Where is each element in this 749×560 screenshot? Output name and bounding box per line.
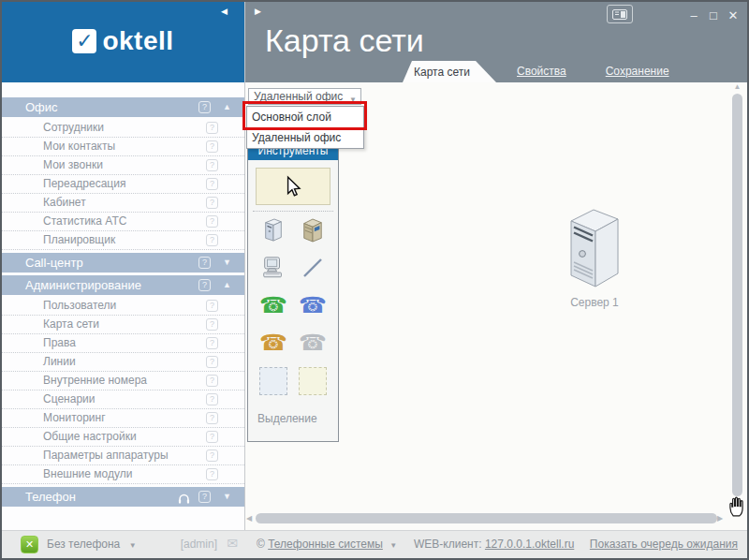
- section-label: Call-центр: [25, 256, 83, 270]
- scroll-right-icon[interactable]: ▶: [717, 514, 727, 523]
- sidebar-item-monitoring[interactable]: Мониторинг?: [2, 409, 244, 428]
- phone-status-icon[interactable]: ✕: [21, 536, 38, 553]
- help-icon[interactable]: ?: [206, 234, 218, 246]
- tab-saving[interactable]: Сохранение: [606, 61, 669, 82]
- map-node-server[interactable]: Сервер 1: [550, 204, 639, 309]
- help-icon[interactable]: ?: [206, 375, 218, 387]
- sidebar-item-forwarding[interactable]: Переадресация?: [2, 175, 244, 194]
- layout-toggle-button[interactable]: [607, 5, 633, 23]
- scroll-up-icon[interactable]: ▲: [734, 82, 742, 92]
- main-area: ▶ Карта сети – □ ✕ Карта сети Свойства С…: [245, 2, 747, 530]
- workstation-tool[interactable]: [259, 254, 287, 282]
- chevron-up-icon: ▲: [223, 97, 231, 117]
- tab-properties[interactable]: Свойства: [517, 61, 566, 82]
- sidebar-item-lines[interactable]: Линии?: [2, 353, 244, 372]
- phone-blue-tool[interactable]: ☎: [299, 291, 327, 319]
- web-client-link[interactable]: 127.0.0.1.oktell.ru: [485, 538, 574, 551]
- page-title: Карта сети: [265, 22, 424, 59]
- sidebar-section-phone[interactable]: Телефон ? ▼: [2, 487, 244, 507]
- close-button[interactable]: ✕: [727, 8, 740, 22]
- sidebar-item-rights[interactable]: Права?: [2, 334, 244, 353]
- item-label: Внутренние номера: [43, 374, 147, 387]
- help-icon[interactable]: ?: [206, 197, 218, 209]
- vertical-scrollbar[interactable]: ▲ ▼: [730, 82, 744, 508]
- oktell-logo-check-icon: ✓: [72, 29, 96, 53]
- help-icon[interactable]: ?: [206, 412, 218, 424]
- horizontal-scrollbar[interactable]: ◀ ▶: [246, 512, 727, 524]
- phone-orange-tool[interactable]: ☎: [259, 329, 287, 357]
- sidebar-item-general-settings[interactable]: Общие настройки?: [2, 428, 244, 447]
- maximize-button[interactable]: □: [707, 8, 720, 22]
- sidebar-item-network-map[interactable]: Карта сети?: [2, 316, 244, 334]
- help-icon[interactable]: ?: [206, 215, 218, 228]
- sidebar-collapse-icon[interactable]: ◀: [221, 7, 228, 16]
- tab-network-map[interactable]: Карта сети: [403, 61, 496, 82]
- vertical-scrollbar-thumb[interactable]: [732, 94, 742, 496]
- help-icon[interactable]: ?: [206, 300, 218, 312]
- item-label: Параметры аппаратуры: [43, 449, 169, 462]
- sidebar-item-scenarios[interactable]: Сценарии?: [2, 391, 244, 409]
- help-icon[interactable]: ?: [206, 356, 218, 368]
- help-icon[interactable]: ?: [206, 431, 218, 443]
- sidebar-item-employees[interactable]: Сотрудники?: [2, 119, 244, 138]
- help-icon[interactable]: ?: [206, 468, 218, 480]
- sidebar-item-users[interactable]: Пользователи?: [2, 297, 244, 316]
- minimize-button[interactable]: –: [687, 8, 700, 22]
- phone-gray-tool[interactable]: ☎: [299, 329, 327, 357]
- layer-option-main[interactable]: Основной слой: [247, 107, 363, 127]
- sidebar-item-pbx-statistics[interactable]: Статистика АТС?: [2, 213, 244, 231]
- sidebar-item-my-contacts[interactable]: Мои контакты?: [2, 138, 244, 156]
- horizontal-scrollbar-thumb[interactable]: [256, 513, 717, 523]
- sidebar-item-internal-numbers[interactable]: Внутренние номера?: [2, 372, 244, 391]
- sidebar-menu: Офис ? ▲ Сотрудники? Мои контакты? Мои з…: [2, 82, 244, 507]
- layer-select[interactable]: Удаленный офис ▼: [248, 88, 361, 105]
- server-tower-tool[interactable]: [259, 216, 287, 244]
- sidebar-item-hardware-params[interactable]: Параметры аппаратуры?: [2, 447, 244, 465]
- sidebar-item-scheduler[interactable]: Планировщик?: [2, 231, 244, 250]
- help-icon[interactable]: ?: [198, 257, 211, 269]
- help-icon[interactable]: ?: [198, 491, 211, 503]
- help-icon[interactable]: ?: [198, 101, 211, 113]
- help-icon[interactable]: ?: [206, 140, 218, 153]
- sidebar-section-callcenter[interactable]: Call-центр ? ▼: [2, 253, 244, 273]
- phone-status-label: Без телефона: [47, 538, 120, 551]
- help-icon[interactable]: ?: [206, 178, 218, 190]
- sidebar-section-office[interactable]: Офис ? ▲: [2, 97, 244, 117]
- mail-icon[interactable]: ✉: [227, 536, 238, 551]
- panel-expand-icon[interactable]: ▶: [255, 7, 261, 16]
- line-tool[interactable]: [299, 254, 327, 282]
- item-label: Линии: [43, 355, 76, 368]
- sidebar-item-my-calls[interactable]: Мои звонки?: [2, 156, 244, 175]
- chevron-down-icon: ▼: [129, 541, 137, 550]
- sidebar-item-external-modules[interactable]: Внешние модули?: [2, 465, 244, 484]
- map-canvas[interactable]: Удаленный офис ▼ Основной слой Удаленный…: [245, 82, 747, 530]
- help-icon[interactable]: ?: [206, 337, 218, 349]
- help-icon[interactable]: ?: [198, 279, 211, 291]
- layer-select-value: Удаленный офис: [254, 90, 343, 103]
- help-icon[interactable]: ?: [206, 159, 218, 171]
- sidebar-header: ◀ ✓ oktell: [2, 2, 244, 82]
- help-icon[interactable]: ?: [206, 393, 218, 405]
- help-icon[interactable]: ?: [206, 449, 218, 462]
- logged-in-user: [admin]: [181, 538, 217, 551]
- region-yellow-tool[interactable]: [299, 367, 327, 395]
- select-tool[interactable]: [256, 168, 330, 205]
- server-box-tool[interactable]: [299, 216, 327, 244]
- sidebar-item-cabinet[interactable]: Кабинет?: [2, 194, 244, 213]
- show-waiting-queue-link[interactable]: Показать очередь ожидания: [590, 538, 738, 551]
- section-label: Офис: [25, 100, 58, 114]
- scroll-left-icon[interactable]: ◀: [246, 514, 256, 523]
- help-icon[interactable]: ?: [206, 318, 218, 331]
- company-link[interactable]: Телефонные системы: [268, 538, 383, 551]
- phone-green-tool[interactable]: ☎: [259, 291, 287, 319]
- web-client-info: WEB-клиент: 127.0.0.1.oktell.ru: [414, 538, 574, 551]
- layer-option-remote[interactable]: Удаленный офис: [247, 127, 363, 148]
- phone-status-dropdown[interactable]: Без телефона ▼: [47, 538, 137, 551]
- item-label: Статистика АТС: [43, 214, 126, 228]
- help-icon[interactable]: ?: [206, 122, 218, 134]
- item-label: Планировщик: [43, 233, 115, 246]
- item-label: Общие настройки: [43, 430, 137, 443]
- sidebar-section-administration[interactable]: Администрирование ? ▲: [2, 275, 244, 295]
- region-blue-tool[interactable]: [259, 367, 287, 395]
- item-label: Мониторинг: [43, 411, 106, 424]
